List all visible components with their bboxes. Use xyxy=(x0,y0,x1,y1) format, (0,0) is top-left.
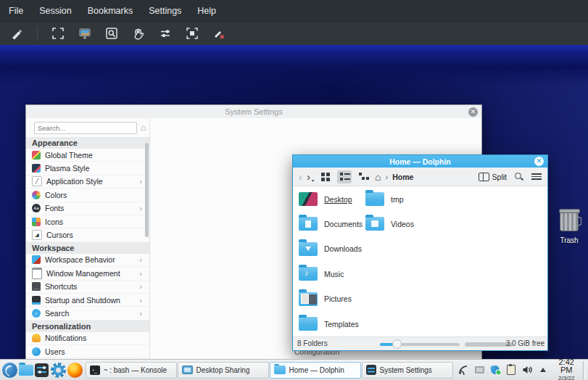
scale-view-icon[interactable] xyxy=(184,25,200,41)
search-icon[interactable] xyxy=(514,172,524,182)
gear-icon xyxy=(51,363,66,378)
sidebar-item-users[interactable]: Users xyxy=(26,345,149,358)
sidebar-item-icons[interactable]: Icons xyxy=(26,215,149,228)
krdc-toolbar xyxy=(0,22,588,45)
sidebar-scrollbar[interactable] xyxy=(145,143,149,237)
file-manager-launcher[interactable] xyxy=(19,361,33,379)
split-button[interactable]: Split xyxy=(479,173,507,181)
expand-tray-caret-icon[interactable] xyxy=(538,365,549,376)
system-settings-launcher[interactable] xyxy=(35,361,49,379)
sidebar-item-shortcuts[interactable]: Shortcuts› xyxy=(26,281,149,294)
folder-documents[interactable]: Documents xyxy=(299,217,363,231)
sidebar-item-startup-and-shutdown[interactable]: Startup and Shutdown› xyxy=(26,294,149,307)
dolphin-toolbar: ‹ › ▾ ⌂ › Home Split xyxy=(293,168,547,186)
free-space-label: 3.0 GiB free xyxy=(506,339,544,347)
home-breadcrumb-icon[interactable]: ⌂ xyxy=(375,172,381,182)
desktop-icon-trash[interactable]: Trash xyxy=(553,211,585,244)
sidebar-item-cursors[interactable]: ◢Cursors xyxy=(26,228,149,241)
dolphin-titlebar[interactable]: Home — Dolphin ✕ xyxy=(293,155,547,168)
folder-videos[interactable]: Videos xyxy=(365,217,429,231)
krdc-menubar: FileSessionBookmarksSettingsHelp xyxy=(0,0,588,22)
remote-desktop-wallpaper: Trash System Settings ✕ ⌂ AppearanceGlob… xyxy=(0,45,588,359)
menu-settings[interactable]: Settings xyxy=(149,6,181,16)
colors-icon xyxy=(32,191,41,199)
fullscreen-icon[interactable] xyxy=(50,25,66,41)
view-only-icon[interactable] xyxy=(104,25,120,41)
compact-view-button[interactable] xyxy=(337,170,352,183)
dolphin-icon xyxy=(274,365,286,374)
sidebar-item-label: Colors xyxy=(45,191,149,199)
take-screenshot-icon[interactable] xyxy=(77,25,93,41)
search-input[interactable] xyxy=(34,122,137,134)
folder-downloads[interactable]: Downloads xyxy=(299,242,363,256)
folder-desktop[interactable]: Desktop xyxy=(299,192,363,206)
close-button[interactable]: ✕ xyxy=(468,107,478,117)
screen-sharing-icon[interactable] xyxy=(474,365,485,376)
system-settings-titlebar[interactable]: System Settings ✕ xyxy=(26,105,481,119)
zoom-slider-handle[interactable] xyxy=(392,339,402,349)
chevron-right-icon: › xyxy=(139,177,142,186)
shortcuts-icon xyxy=(32,282,41,291)
task-manager: ~ : bash — KonsoleDesktop SharingHome — … xyxy=(86,362,454,379)
home-icon[interactable]: ⌂ xyxy=(141,123,146,132)
sidebar-item-notifications[interactable]: Notifications xyxy=(26,332,149,345)
menu-session[interactable]: Session xyxy=(39,6,71,16)
breadcrumb-home[interactable]: Home xyxy=(392,173,413,181)
details-view-button[interactable] xyxy=(356,170,370,183)
forward-button[interactable]: › xyxy=(307,171,310,182)
menu-help[interactable]: Help xyxy=(197,6,216,16)
updates-icon[interactable] xyxy=(490,365,501,376)
disconnect-icon[interactable] xyxy=(211,25,227,41)
volume-icon[interactable] xyxy=(522,365,533,376)
icons-view-button[interactable] xyxy=(318,170,333,183)
sidebar-item-global-theme[interactable]: Global Theme xyxy=(26,149,149,162)
forward-dropdown-caret-icon[interactable]: ▾ xyxy=(312,178,314,183)
plasma-style-icon xyxy=(32,164,41,173)
chevron-right-icon: › xyxy=(139,296,142,305)
sidebar-item-search[interactable]: ⌕Search› xyxy=(26,307,149,320)
cursors-icon: ◢ xyxy=(32,230,42,240)
clock-date: 2/3/22 xyxy=(555,376,579,380)
hamburger-menu-icon[interactable] xyxy=(531,173,542,181)
task-desktop-sharing[interactable]: Desktop Sharing xyxy=(178,362,269,379)
task-system-settings[interactable]: System Settings xyxy=(362,362,453,379)
back-button[interactable]: ‹ xyxy=(299,171,302,182)
sidebar-item-fonts[interactable]: AaFonts› xyxy=(26,202,149,215)
menu-bookmarks[interactable]: Bookmarks xyxy=(88,6,133,16)
clipboard-glyph xyxy=(507,365,515,375)
folder-music[interactable]: Music xyxy=(299,267,363,281)
screen-glyph xyxy=(475,366,484,373)
system-settings-title: System Settings xyxy=(225,107,282,116)
folder-templates[interactable]: Templates xyxy=(299,317,363,331)
desktop-sharing-icon xyxy=(182,365,193,374)
application-launcher-button[interactable] xyxy=(2,361,17,379)
settings-sliders-icon[interactable] xyxy=(157,25,173,41)
network-icon[interactable] xyxy=(458,365,469,376)
task-bash-konsole[interactable]: ~ : bash — Konsole xyxy=(86,362,177,379)
task-home-dolphin[interactable]: Home — Dolphin xyxy=(270,362,361,379)
sidebar-item-workspace-behavior[interactable]: Workspace Behavior› xyxy=(26,254,149,267)
zoom-slider[interactable] xyxy=(380,343,460,346)
dolphin-toolbar-right: Split xyxy=(479,172,542,182)
grab-hand-icon[interactable] xyxy=(131,25,146,41)
firefox-launcher[interactable] xyxy=(67,361,83,379)
details-view-glyph xyxy=(359,173,362,175)
close-button[interactable]: ✕ xyxy=(534,157,544,166)
sidebar-item-colors[interactable]: Colors xyxy=(26,189,149,202)
clipboard-icon[interactable] xyxy=(506,365,517,376)
window-management-icon xyxy=(32,268,42,279)
sidebar-item-window-management[interactable]: Window Management› xyxy=(26,267,149,280)
sidebar-item-plasma-style[interactable]: Plasma Style xyxy=(26,162,149,175)
show-desktop-button[interactable] xyxy=(583,361,587,379)
menu-file[interactable]: File xyxy=(9,6,23,16)
trash-icon xyxy=(560,211,579,231)
sidebar-item-label: Application Style xyxy=(46,177,135,186)
digital-clock[interactable]: 2:42 PM 2/3/22 xyxy=(555,358,579,380)
connect-pen-icon[interactable] xyxy=(9,25,25,41)
folder-tmp[interactable]: tmp xyxy=(365,192,429,206)
configure-launcher[interactable] xyxy=(51,361,66,379)
folder-label: Videos xyxy=(391,220,414,228)
folder-pictures[interactable]: Pictures xyxy=(299,292,363,306)
sidebar-item-application-style[interactable]: ╱Application Style› xyxy=(26,175,149,189)
global-theme-icon xyxy=(32,151,41,160)
